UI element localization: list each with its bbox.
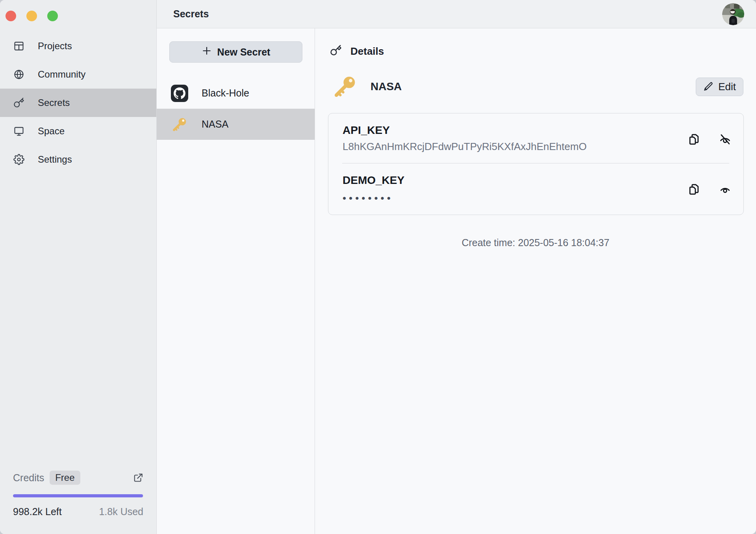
field-name: DEMO_KEY xyxy=(343,174,404,187)
secret-list: Black-Hole NASA xyxy=(157,78,315,140)
sidebar-item-community[interactable]: Community xyxy=(0,60,156,89)
field-value: L8hKGAnHmKRcjDFdwPuTPyRi5KXfAxJhEnEhtemO xyxy=(343,141,587,153)
sidebar-item-settings[interactable]: Settings xyxy=(0,145,156,174)
minimize-window-button[interactable] xyxy=(26,11,37,21)
sidebar-item-label: Community xyxy=(38,69,85,80)
secret-item-label: Black-Hole xyxy=(202,87,249,99)
sidebar: Projects Community Secrets Space xyxy=(0,0,157,534)
github-icon xyxy=(171,85,188,102)
new-secret-button[interactable]: New Secret xyxy=(169,41,302,63)
content: New Secret Black-Hole xyxy=(157,28,756,534)
sidebar-item-secrets[interactable]: Secrets xyxy=(0,89,156,117)
sidebar-item-label: Space xyxy=(38,126,65,137)
key-icon xyxy=(13,97,24,108)
window-controls xyxy=(0,0,156,21)
sidebar-item-label: Secrets xyxy=(38,97,70,108)
new-secret-label: New Secret xyxy=(217,46,271,58)
sidebar-item-label: Projects xyxy=(38,41,72,52)
sidebar-item-label: Settings xyxy=(38,154,72,165)
sidebar-item-space[interactable]: Space xyxy=(0,117,156,145)
page-title: Secrets xyxy=(173,8,209,20)
credits-used-text: 1.8k Used xyxy=(99,506,143,517)
gold-key-icon-large xyxy=(333,74,357,99)
details-header: Details xyxy=(315,44,756,58)
field-row-demo-key: DEMO_KEY •••••••• xyxy=(328,163,743,215)
sidebar-nav: Projects Community Secrets Space xyxy=(0,32,156,174)
eye-icon[interactable] xyxy=(719,183,732,196)
key-outline-icon xyxy=(330,44,342,58)
secrets-list-panel: New Secret Black-Hole xyxy=(157,28,315,534)
projects-grid-icon xyxy=(13,41,24,52)
monitor-icon xyxy=(13,126,24,137)
create-time-text: Create time: 2025-05-16 18:04:37 xyxy=(315,237,756,248)
field-row-api-key: API_KEY L8hKGAnHmKRcjDFdwPuTPyRi5KXfAxJh… xyxy=(328,113,743,163)
sidebar-item-projects[interactable]: Projects xyxy=(0,32,156,60)
user-avatar[interactable] xyxy=(722,3,744,25)
field-name: API_KEY xyxy=(343,124,587,137)
secret-name: NASA xyxy=(371,80,402,93)
eye-off-icon[interactable] xyxy=(719,133,732,146)
credits-label: Credits xyxy=(13,472,44,484)
edit-button[interactable]: Edit xyxy=(696,78,743,96)
details-panel: Details NASA Edit xyxy=(315,28,756,534)
titlebar: Secrets xyxy=(157,0,756,28)
secret-fields-card: API_KEY L8hKGAnHmKRcjDFdwPuTPyRi5KXfAxJh… xyxy=(328,113,744,215)
gear-icon xyxy=(13,154,24,165)
edit-button-label: Edit xyxy=(718,81,736,93)
details-title: Details xyxy=(350,45,384,57)
gold-key-icon xyxy=(171,116,188,133)
plus-icon xyxy=(202,46,212,58)
secret-item-black-hole[interactable]: Black-Hole xyxy=(157,78,315,109)
app-window: Projects Community Secrets Space xyxy=(0,0,756,534)
secret-item-label: NASA xyxy=(202,119,228,130)
credits-progress-fill xyxy=(13,494,143,497)
main-area: Secrets xyxy=(157,0,756,534)
field-value-masked: •••••••• xyxy=(343,192,404,204)
secret-head: NASA Edit xyxy=(315,74,756,99)
close-window-button[interactable] xyxy=(6,11,16,21)
credits-panel: Credits Free 998.2k Left 1.8k Used xyxy=(0,471,156,534)
maximize-window-button[interactable] xyxy=(47,11,58,21)
plan-badge: Free xyxy=(50,471,80,485)
copy-icon[interactable] xyxy=(687,183,700,196)
credits-left-text: 998.2k Left xyxy=(13,506,62,517)
credits-progress-bar xyxy=(13,494,143,497)
pencil-icon xyxy=(703,82,713,92)
external-link-icon[interactable] xyxy=(133,473,143,483)
copy-icon[interactable] xyxy=(687,133,700,146)
globe-icon xyxy=(13,69,24,80)
secret-item-nasa[interactable]: NASA xyxy=(157,109,315,140)
